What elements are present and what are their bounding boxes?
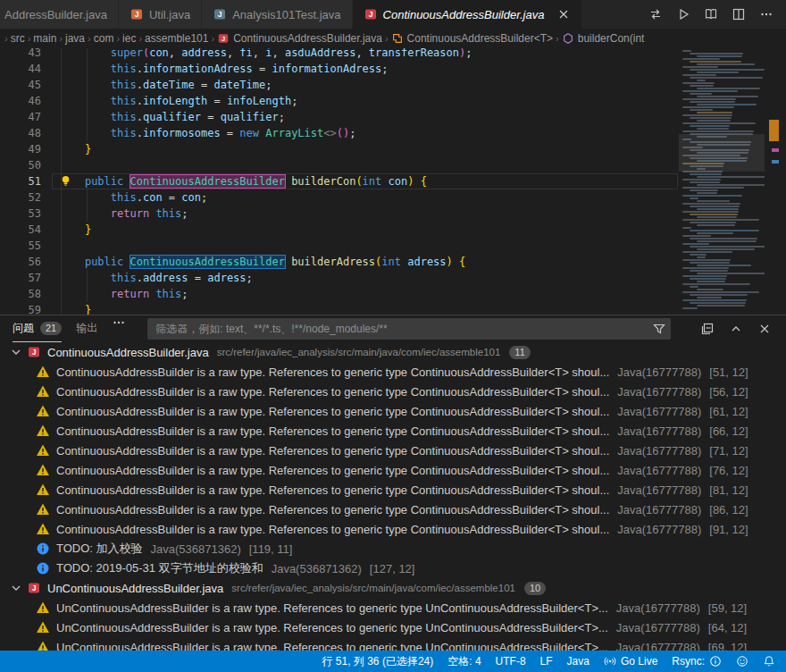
problems-filter: [147, 318, 671, 340]
breadcrumb-item[interactable]: src: [11, 32, 25, 45]
tab-continuousaddressbuilder[interactable]: JContinuousAddressBuilder.java: [353, 0, 583, 29]
go-live[interactable]: Go Live: [597, 651, 665, 672]
encoding[interactable]: UTF-8: [489, 651, 533, 672]
breadcrumb-item[interactable]: java: [65, 32, 85, 45]
problem-row[interactable]: ContinuousAddressBuilder is a raw type. …: [0, 401, 786, 421]
broadcast-icon: [604, 655, 616, 668]
problem-row[interactable]: ContinuousAddressBuilder is a raw type. …: [0, 362, 786, 382]
code-line[interactable]: 53 return this;: [0, 206, 679, 222]
code-line[interactable]: 49 }: [0, 141, 679, 157]
breadcrumb-label: src: [11, 32, 25, 45]
problem-row[interactable]: UnContinuousAddressBuilder is a raw type…: [0, 598, 786, 617]
ruler-occurrence-marker: [772, 160, 779, 164]
more-panel-tabs-icon[interactable]: [112, 315, 126, 330]
breadcrumb-separator-icon: ›: [28, 33, 31, 44]
problem-row[interactable]: ContinuousAddressBuilder is a raw type. …: [0, 500, 786, 519]
problem-row[interactable]: ContinuousAddressBuilder is a raw type. …: [0, 382, 786, 401]
tab-addressbuilder[interactable]: AddressBuilder.java: [0, 0, 119, 29]
problem-row[interactable]: ContinuousAddressBuilder is a raw type. …: [0, 460, 786, 480]
line-number: 47: [0, 109, 41, 125]
breadcrumb-item[interactable]: ContinuousAddressBuilder<T>: [391, 32, 553, 45]
minimap-line: [682, 74, 716, 76]
language-mode[interactable]: Java: [560, 651, 597, 672]
close-panel-button[interactable]: [757, 322, 772, 336]
tab-label: Analysis101Test.java: [232, 8, 340, 21]
minimap-slider[interactable]: [679, 134, 765, 172]
split-editor-icon[interactable]: [727, 4, 749, 26]
code-line[interactable]: 51 public ContinuousAddressBuilder build…: [0, 173, 679, 189]
notifications[interactable]: [756, 651, 786, 672]
code-line[interactable]: 57 this.address = adress;: [0, 270, 679, 286]
problem-row[interactable]: TODO: 2019-05-31 双字节地址的校验和Java(536871362…: [0, 559, 786, 578]
code-line[interactable]: 56 public ContinuousAddressBuilder build…: [0, 254, 679, 270]
problem-row[interactable]: ContinuousAddressBuilder is a raw type. …: [0, 519, 786, 539]
minimap[interactable]: [679, 48, 765, 315]
breadcrumb-item[interactable]: com: [94, 32, 114, 45]
filter-icon[interactable]: [652, 322, 666, 336]
chevron-down-icon[interactable]: [9, 345, 23, 359]
eol[interactable]: LF: [533, 651, 560, 672]
code-editor[interactable]: 43 super(con, address, fi, i, asduAddres…: [0, 48, 786, 315]
breadcrumb-item[interactable]: builderCon(int: [562, 32, 645, 45]
problem-row[interactable]: UnContinuousAddressBuilder is a raw type…: [0, 617, 786, 637]
breadcrumb-separator-icon: ›: [59, 33, 63, 44]
breadcrumb[interactable]: ›src›main›java›com›iec›assemble101›JCont…: [0, 29, 786, 48]
minimap-line: [690, 246, 765, 248]
code-line[interactable]: 59 }: [0, 302, 679, 315]
problem-row[interactable]: ContinuousAddressBuilder is a raw type. …: [0, 421, 786, 441]
indentation[interactable]: 空格: 4: [440, 651, 488, 672]
tab-problems[interactable]: 问题 21: [13, 315, 62, 342]
breadcrumb-item[interactable]: main: [33, 32, 56, 45]
problem-source: Java(16777788): [616, 641, 700, 651]
rsync[interactable]: Rsync:: [665, 651, 729, 672]
problem-message: TODO: 加入校验: [56, 541, 143, 557]
code-line[interactable]: 58 return this;: [0, 286, 679, 302]
minimap-line: [690, 53, 743, 55]
code-line[interactable]: 54 }: [0, 222, 679, 238]
tab-analysis101test[interactable]: JAnalysis101Test.java: [202, 0, 352, 29]
problems-file-group[interactable]: JUnContinuousAddressBuilder.javasrc/refe…: [0, 578, 786, 598]
notebook-icon[interactable]: [699, 4, 722, 26]
collapse-all-button[interactable]: [700, 322, 715, 336]
code-line[interactable]: 48 this.informosomes = new ArrayList<>()…: [0, 125, 679, 141]
minimap-line: [690, 238, 757, 239]
code-line[interactable]: 44 this.informationAdress = informationA…: [0, 61, 679, 77]
more-actions-icon[interactable]: [755, 4, 777, 26]
cursor-position[interactable]: 行 51, 列 36 (已选择24): [315, 651, 441, 672]
breadcrumb-separator-icon: ›: [88, 33, 91, 44]
breadcrumb-item[interactable]: assemble101: [145, 32, 208, 45]
panel-tabs: 问题 21 输出: [13, 315, 137, 342]
problem-row[interactable]: ContinuousAddressBuilder is a raw type. …: [0, 480, 786, 500]
tab-label: Util.java: [149, 8, 190, 21]
tab-output[interactable]: 输出: [76, 315, 97, 342]
minimap-line: [697, 71, 739, 73]
problem-source: Java(16777788): [617, 385, 701, 399]
code-line[interactable]: 50: [0, 157, 679, 173]
indent-guide: [61, 238, 62, 254]
problems-filter-input[interactable]: [147, 318, 671, 340]
breadcrumb-item[interactable]: JContinuousAddressBuilder.java: [217, 32, 382, 45]
code-line[interactable]: 43 super(con, address, fi, i, asduAddres…: [0, 48, 679, 61]
svg-text:J: J: [368, 10, 372, 19]
problem-row[interactable]: TODO: 加入校验Java(536871362)[119, 11]: [0, 539, 786, 559]
code-line[interactable]: 55: [0, 238, 679, 254]
chevron-down-icon[interactable]: [9, 581, 23, 595]
code-line[interactable]: 47 this.qualifier = qualifier;: [0, 109, 679, 125]
problems-file-group[interactable]: JContinuousAddressBuilder.javasrc/refer/…: [0, 342, 786, 362]
code-text: this.qualifier = qualifier;: [59, 109, 285, 125]
open-changes-icon[interactable]: [644, 4, 666, 26]
code-line[interactable]: 52 this.con = con;: [0, 189, 679, 206]
close-icon[interactable]: [556, 7, 571, 21]
feedback[interactable]: [729, 651, 756, 672]
run-icon[interactable]: [672, 4, 694, 26]
minimap-line: [682, 251, 732, 253]
maximize-panel-button[interactable]: [729, 322, 743, 336]
java-file-icon: J: [27, 345, 41, 359]
problem-row[interactable]: UnContinuousAddressBuilder is a raw type…: [0, 637, 786, 651]
tab-util[interactable]: JUtil.java: [119, 0, 202, 29]
code-line[interactable]: 46 this.infoLength = infoLength;: [0, 93, 679, 109]
code-line[interactable]: 45 this.dateTime = dateTime;: [0, 77, 679, 93]
breadcrumb-item[interactable]: iec: [122, 32, 136, 45]
overview-ruler[interactable]: [765, 48, 786, 315]
problem-row[interactable]: ContinuousAddressBuilder is a raw type. …: [0, 441, 786, 460]
